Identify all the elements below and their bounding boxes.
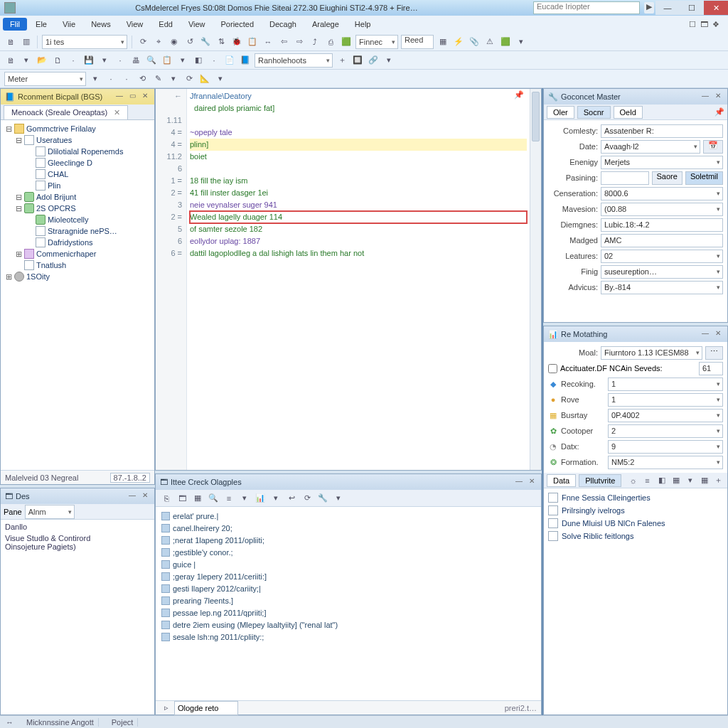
tb1t-icon-5[interactable]: ▾ — [515, 36, 528, 48]
tb2a-icon-15[interactable]: 📘 — [239, 54, 252, 67]
tree-node[interactable]: Gleeclinge D — [2, 157, 153, 168]
out-tool-8[interactable]: ↩ — [285, 492, 298, 505]
metric-value[interactable]: 0P.4002 — [608, 409, 723, 422]
menu-view[interactable]: View — [181, 18, 213, 31]
open-icon[interactable]: ▥ — [20, 36, 33, 48]
out-tool-3[interactable]: 🔍 — [207, 492, 220, 505]
tb1-icon-3[interactable]: ↺ — [183, 36, 196, 48]
list-item[interactable]: Dune Mluisl UB NlCn Falenes — [545, 517, 726, 530]
meter-dropdown[interactable]: Meter — [4, 72, 86, 86]
solution-tree[interactable]: ⊟Gommctrive Frilalay⊟UseratuesDlilotiala… — [1, 120, 154, 470]
tb1-icon-12[interactable]: ⎙ — [324, 36, 337, 48]
pane-dropdown[interactable]: Alnm — [25, 505, 75, 519]
tb1-icon-1[interactable]: ⌖ — [152, 36, 165, 48]
list-item[interactable]: Solve Riblic feitlongs — [545, 530, 726, 542]
tb3-icon-8[interactable]: ▾ — [214, 73, 227, 85]
panel-min-icon[interactable]: — — [700, 329, 710, 339]
config-dropdown[interactable]: 1i tes — [42, 35, 127, 49]
tb2a-icon-3[interactable]: 🗋 — [51, 54, 64, 67]
tb1-icon-2[interactable]: ◉ — [168, 36, 181, 48]
prop-tab-socnr[interactable]: Socnr — [577, 106, 611, 119]
tb1t-icon-2[interactable]: 📎 — [468, 36, 481, 48]
window-maximize-button[interactable]: ☐ — [680, 1, 704, 15]
tb3-icon-5[interactable]: ▾ — [167, 73, 180, 85]
reed-input[interactable]: Reed — [401, 35, 434, 49]
prop-tab-oeld[interactable]: Oeld — [614, 106, 643, 119]
tb2a-icon-5[interactable]: 💾 — [82, 54, 95, 67]
tb3-icon-3[interactable]: ⟲ — [136, 73, 149, 85]
tb1-icon-4[interactable]: 🔧 — [199, 36, 212, 48]
title-search-input[interactable]: Eucade Iriopter — [533, 1, 640, 14]
menu-flil[interactable]: Flil — [3, 18, 27, 31]
menu-view[interactable]: View — [119, 18, 151, 31]
prop-tab-oler[interactable]: Oler — [547, 106, 574, 119]
tree-node[interactable]: ⊟2S OPCRS — [2, 203, 153, 214]
data-tool-4[interactable]: ▾ — [685, 474, 696, 487]
metric-value[interactable]: 2 — [608, 424, 723, 438]
solution-tab[interactable]: Menoack (Sreale Oreaptas) ✕ — [4, 105, 128, 119]
out-tool-4[interactable]: ≡ — [223, 492, 235, 505]
window-minimize-button[interactable]: — — [655, 1, 680, 15]
out-tool-11[interactable]: ▾ — [332, 492, 345, 505]
list-item[interactable]: Fnne Sessia Clleingerties — [545, 491, 726, 504]
prop-value[interactable]: Assatenber R: — [601, 124, 723, 138]
calendar-icon[interactable]: 📅 — [703, 140, 723, 154]
tb1-icon-13[interactable]: 🟩 — [340, 36, 353, 48]
tb1-icon-5[interactable]: ⇅ — [215, 36, 228, 48]
tb3-icon-1[interactable]: · — [105, 73, 117, 85]
tb1-icon-10[interactable]: ⇨ — [293, 36, 306, 48]
prop-value[interactable]: Avaagh·l2 — [601, 140, 700, 154]
data-tool-0[interactable]: ☼ — [627, 474, 638, 487]
tb1-icon-9[interactable]: ⇦ — [277, 36, 290, 48]
panel-min-icon[interactable]: — — [700, 92, 710, 102]
menu-aralege[interactable]: Aralege — [305, 18, 346, 31]
tb2b-icon-2[interactable]: 🔗 — [367, 54, 380, 67]
panel-close-icon[interactable]: ✕ — [713, 329, 723, 339]
panel-min-icon[interactable]: — — [114, 92, 124, 102]
tree-node[interactable]: ⊞1SOity — [2, 271, 153, 282]
tree-node[interactable]: CHAL — [2, 168, 153, 180]
tb2a-icon-7[interactable]: · — [114, 54, 127, 67]
tb2a-icon-13[interactable]: · — [208, 54, 220, 67]
out-tool-0[interactable]: ⎘ — [160, 492, 173, 505]
resize-icon[interactable]: ↔ — [6, 718, 14, 727]
ext-icon[interactable]: ❖ — [712, 20, 719, 29]
tb1t-icon-3[interactable]: ⚠ — [483, 36, 496, 48]
tb2a-icon-8[interactable]: 🖶 — [129, 54, 142, 67]
tb2a-icon-1[interactable]: ▾ — [20, 54, 33, 67]
output-footer-input[interactable] — [174, 701, 238, 715]
out-tool-2[interactable]: ▦ — [191, 492, 204, 505]
prop-value[interactable]: Lubic.18:-4.2 — [601, 218, 723, 232]
menu-ele[interactable]: Ele — [28, 18, 54, 31]
restore-icon[interactable]: 🗖 — [700, 20, 708, 29]
tb2a-icon-0[interactable]: 🗎 — [4, 54, 17, 67]
prop-button[interactable]: Saore — [652, 171, 682, 185]
tree-node[interactable]: Mioleotcelly — [2, 214, 153, 225]
menu-edd[interactable]: Edd — [151, 18, 180, 31]
prop-button-primary[interactable]: Soletmil — [685, 171, 723, 185]
out-tool-6[interactable]: 📊 — [254, 492, 267, 505]
tb2a-icon-2[interactable]: 📂 — [36, 54, 48, 67]
tb3-icon-4[interactable]: ✎ — [151, 73, 164, 85]
tree-node[interactable]: ⊟Adol Brijunt — [2, 191, 153, 203]
tb1-icon-8[interactable]: ↔ — [262, 36, 274, 48]
tree-node[interactable]: Tnatlush — [2, 259, 153, 271]
window-close-button[interactable]: ✕ — [704, 1, 728, 15]
target-dropdown[interactable]: Ranholehoots — [255, 53, 333, 68]
tb1t-icon-1[interactable]: ⚡ — [452, 36, 465, 48]
prop-value[interactable]: Merjets — [601, 156, 723, 169]
play-icon[interactable]: ▶ — [644, 2, 654, 14]
code-editor[interactable]: ←1.114 =4 =11.261 =2 =32 =566 = Jfrannal… — [156, 89, 541, 470]
prop-value[interactable]: suseureption… — [601, 265, 723, 279]
tree-node[interactable]: ⊟Useratues — [2, 134, 153, 146]
model-info-button[interactable]: ⋯ — [705, 346, 723, 360]
tb1t-icon-4[interactable]: 🟩 — [499, 36, 512, 48]
close-icon[interactable]: ✕ — [114, 108, 120, 117]
output-body[interactable]: erelat' prure.|canel.lheirery 20;;nerat … — [156, 507, 541, 700]
tb1-icon-6[interactable]: 🐞 — [230, 36, 243, 48]
tb2b-icon-3[interactable]: ▾ — [382, 54, 395, 67]
prop-value[interactable]: 8000.6 — [601, 187, 723, 200]
out-tool-10[interactable]: 🔧 — [316, 492, 329, 505]
data-tool-2[interactable]: ◧ — [656, 474, 668, 487]
menu-help[interactable]: Help — [348, 18, 378, 31]
